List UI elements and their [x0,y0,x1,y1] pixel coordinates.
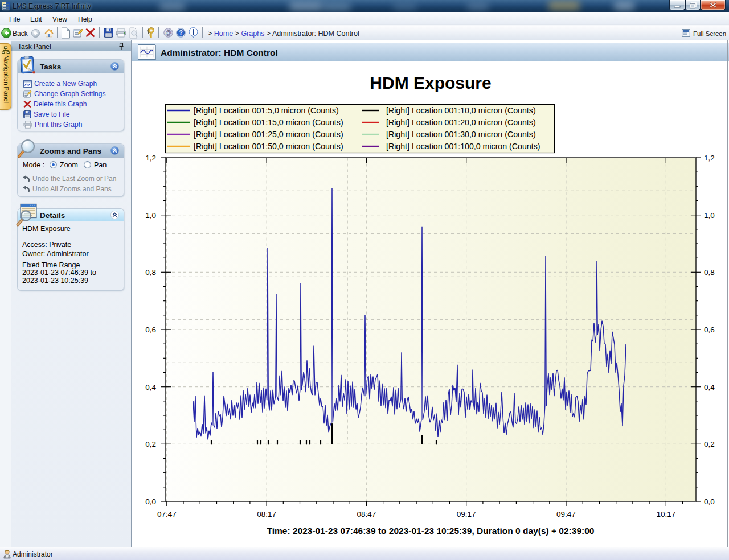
svg-text:[Right] Location 001:25,0 micr: [Right] Location 001:25,0 micron (Counts… [194,130,343,139]
svg-text:0,6: 0,6 [145,326,156,334]
svg-text:1,0: 1,0 [145,211,156,220]
svg-text:?: ? [179,29,183,36]
svg-text:0,8: 0,8 [145,268,156,277]
svg-text:0,2: 0,2 [704,440,715,448]
svg-text:0,2: 0,2 [145,440,156,448]
svg-text:[Right] Location 001:5,0 micro: [Right] Location 001:5,0 micron (Counts) [194,106,339,115]
svg-text:1,2: 1,2 [145,154,156,162]
svg-text:@: @ [165,29,171,36]
svg-text:08:47: 08:47 [357,510,376,518]
svg-text:[Right] Location 001:50,0 micr: [Right] Location 001:50,0 micron (Counts… [194,142,343,151]
svg-text:[Right] Location 001:20,0 micr: [Right] Location 001:20,0 micron (Counts… [386,118,536,127]
svg-text:09:17: 09:17 [457,510,476,518]
svg-text:08:17: 08:17 [257,510,276,518]
svg-text:Time: 2023-01-23 07:46:39 to 2: Time: 2023-01-23 07:46:39 to 2023-01-23 … [267,526,595,536]
svg-text:0,6: 0,6 [704,326,715,334]
svg-text:0,0: 0,0 [704,497,715,506]
svg-text:[Right] Location 001:100,0 mic: [Right] Location 001:100,0 micron (Count… [386,142,540,151]
svg-text:09:47: 09:47 [556,510,576,518]
svg-text:0,4: 0,4 [704,383,715,392]
svg-text:[Right] Location 001:10,0 micr: [Right] Location 001:10,0 micron (Counts… [386,106,536,115]
svg-text:07:47: 07:47 [157,510,177,518]
svg-text:[Right] Location 001:15,0 micr: [Right] Location 001:15,0 micron (Counts… [194,118,343,127]
svg-text:[Right] Location 001:30,0 micr: [Right] Location 001:30,0 micron (Counts… [386,130,536,139]
svg-text:1,0: 1,0 [704,211,715,220]
svg-text:0,4: 0,4 [145,383,156,392]
svg-text:10:17: 10:17 [656,510,675,518]
svg-text:1,2: 1,2 [704,154,715,162]
svg-text:0,0: 0,0 [145,497,156,506]
svg-text:HDM Exposure: HDM Exposure [370,73,491,92]
svg-text:0,8: 0,8 [704,268,715,277]
